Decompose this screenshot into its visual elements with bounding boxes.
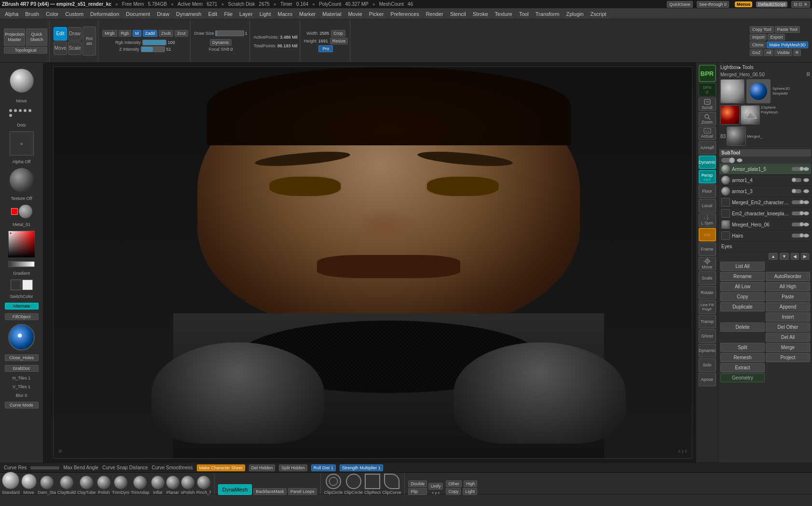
subtool-toggle-3[interactable] [792, 189, 801, 193]
r-btn[interactable]: R [793, 49, 801, 56]
scale-btn[interactable]: Scale [68, 42, 82, 55]
subtool-toggle-4[interactable] [792, 200, 801, 204]
menu-document[interactable]: Document [123, 10, 153, 18]
del-other-btn[interactable]: Del Other [766, 323, 810, 332]
resize-btn[interactable]: Resize [330, 38, 348, 44]
append-btn[interactable]: Append [766, 302, 810, 311]
subtool-eyes[interactable]: Eyes [719, 241, 811, 252]
xyz-btn[interactable]: XYZ [699, 228, 716, 241]
dynamic2-btn[interactable]: Dynamic [699, 344, 716, 357]
tool-claytube[interactable]: ClayTube [77, 476, 96, 495]
duplicate-btn[interactable]: Duplicate [720, 302, 765, 311]
persp-btn[interactable]: Persp x y z [699, 170, 716, 183]
ghost-btn[interactable]: Ghost [699, 329, 716, 343]
h-tiles-label[interactable]: H_Tiles 1 [13, 376, 31, 380]
strength-mult-btn[interactable]: Strength Multiplier 1 [340, 464, 383, 471]
menu-custom[interactable]: Custom [62, 10, 86, 18]
zadd-btn[interactable]: Zadd [143, 30, 158, 37]
other-btn[interactable]: Other [446, 480, 462, 487]
menu-file[interactable]: File [221, 10, 235, 18]
subtool-em2-hand[interactable]: Merged_Em2_character_tuchhand [719, 197, 811, 208]
remesh-btn[interactable]: Remesh [720, 353, 765, 362]
rotate-btn[interactable]: Rotate [83, 27, 96, 56]
menu-zplugin[interactable]: Zplugin [564, 10, 587, 18]
subtool-toggle-7[interactable] [792, 234, 801, 238]
menu-alpha[interactable]: Alpha [2, 10, 21, 18]
polymesh-thumb[interactable] [741, 105, 760, 125]
fill-object-btn[interactable]: FillObject [5, 313, 39, 320]
zsphere-thumb[interactable] [720, 105, 740, 125]
subtool-up-btn[interactable]: ▲ [769, 253, 778, 260]
draw-size-slider[interactable] [215, 30, 244, 36]
tool-pinch[interactable]: Pinch_f [196, 476, 211, 495]
blur-label[interactable]: Blur 0 [16, 393, 28, 398]
rgb-btn[interactable]: Rgb [119, 30, 132, 37]
double-btn[interactable]: Double [408, 480, 427, 487]
draw-btn[interactable]: Draw [68, 27, 82, 41]
topological-btn[interactable]: Topological [4, 47, 47, 54]
backface-mask-btn[interactable]: BackfaceMask [253, 488, 287, 495]
all-btn[interactable]: All [764, 49, 773, 56]
clone-btn[interactable]: Clone [750, 42, 766, 48]
subtool-eye-7[interactable] [803, 234, 809, 238]
menu-transform[interactable]: Transform [533, 10, 563, 18]
scale-3d-btn[interactable]: Scale [699, 271, 716, 285]
merged-thumb[interactable] [727, 126, 746, 146]
move-3d-btn[interactable]: Move [699, 257, 716, 270]
subtool-eye-5[interactable] [803, 211, 809, 215]
subtool-right-btn[interactable]: ▶ [801, 253, 809, 260]
insert-btn[interactable]: Insert [766, 312, 810, 322]
split-hidden-btn[interactable]: Split Hidden [279, 464, 307, 471]
swatch-light[interactable] [22, 280, 33, 290]
subtool-toggle-1[interactable] [792, 167, 801, 171]
copy-tool-btn[interactable]: Copy Tool [750, 26, 774, 33]
menu-zscript[interactable]: Zscript [588, 10, 609, 18]
visible-btn[interactable]: Visible [774, 49, 792, 56]
m-btn[interactable]: M [133, 30, 141, 37]
menu-movie[interactable]: Movie [345, 10, 365, 18]
z-intensity-slider[interactable] [141, 46, 165, 52]
subtool-toggle[interactable] [721, 158, 735, 163]
project-btn[interactable]: Project [766, 353, 810, 362]
tool-polish[interactable]: Polish [97, 476, 110, 495]
paste-subtool-btn[interactable]: Paste [766, 292, 810, 301]
quick-save-btn[interactable]: QuickSave [667, 1, 693, 8]
texture-preview[interactable] [10, 168, 34, 192]
subtool-toggle-2[interactable] [792, 178, 801, 182]
menu-edit[interactable]: Edit [205, 10, 220, 18]
curve-res-slider[interactable] [30, 465, 59, 470]
v-tiles-label[interactable]: V_Tiles 1 [13, 384, 30, 389]
all-high-btn[interactable]: All High [766, 282, 810, 291]
tool-claybuild[interactable]: ClayBuild [57, 476, 76, 495]
goz-btn[interactable]: GoZ [750, 49, 763, 56]
subtool-armor3[interactable]: armor1_3 [719, 186, 811, 197]
menu-material[interactable]: Material [319, 10, 344, 18]
crop-btn[interactable]: Crop [331, 30, 345, 37]
tool-inflat[interactable]: Inflat [151, 476, 165, 495]
grab-doc-btn[interactable]: GrabDoc [5, 365, 39, 372]
subtool-em2-kneeplates[interactable]: Em2_character_kneeplates2 [719, 208, 811, 219]
panel-loops-btn[interactable]: Panel Loops [288, 488, 317, 495]
local-btn[interactable]: Local [699, 199, 716, 212]
color-indicator[interactable] [11, 208, 18, 215]
color-picker-square[interactable] [8, 231, 35, 257]
see-through-btn[interactable]: See-through 0 [697, 1, 729, 8]
rename-btn[interactable]: Rename [720, 272, 765, 281]
menu-macro[interactable]: Macro [275, 10, 296, 18]
tool-clipcircle2[interactable]: ClipCircle [344, 474, 363, 495]
floor-btn[interactable]: Floor [699, 184, 716, 198]
menu-picker[interactable]: Picker [366, 10, 387, 18]
canvas-area[interactable]: ⊞ x y z [43, 63, 696, 463]
spix-btn[interactable]: SPix0 [699, 83, 716, 97]
tool-trimdyni[interactable]: TrimDyni [112, 476, 129, 495]
unify-btn[interactable]: Unify [428, 483, 443, 490]
merge-btn[interactable]: Merge [766, 343, 810, 352]
subtool-eye-1[interactable] [803, 167, 809, 171]
autoreorder-btn[interactable]: AutoReorder [766, 272, 810, 281]
menu-render[interactable]: Render [423, 10, 446, 18]
scroll-btn[interactable]: Scroll [699, 98, 716, 111]
curve-mode-btn[interactable]: Curve Mode [5, 402, 39, 408]
alternate-btn[interactable]: Alternate [5, 303, 39, 309]
curve-res-track[interactable] [30, 466, 59, 469]
gradient-bar[interactable] [8, 261, 35, 267]
